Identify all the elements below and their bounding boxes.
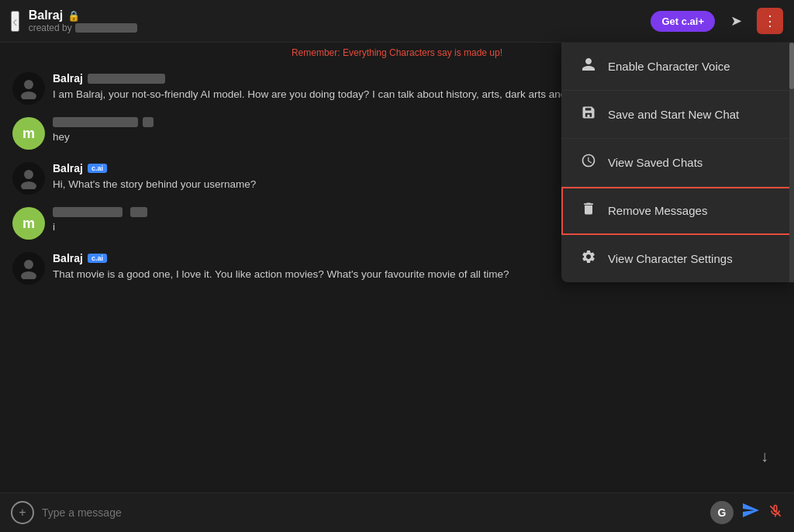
save-new-chat-label: Save and Start New Chat [608, 108, 739, 121]
svg-point-5 [21, 271, 36, 279]
avatar [12, 162, 45, 195]
svg-point-2 [24, 170, 33, 179]
mic-icon [768, 503, 783, 519]
user-tag-blurred [143, 117, 154, 127]
view-saved-chats-item[interactable]: View Saved Chats [561, 139, 794, 187]
svg-point-1 [21, 92, 36, 99]
user-name-blurred [53, 207, 123, 217]
back-button[interactable]: ‹ [11, 11, 19, 32]
g-button[interactable]: G [710, 501, 734, 524]
lock-icon: 🔒 [67, 10, 80, 22]
cai-badge: c.ai [88, 164, 107, 173]
remove-messages-label: Remove Messages [608, 204, 707, 217]
share-button[interactable]: ➤ [723, 8, 749, 34]
scrollbar[interactable] [789, 43, 794, 282]
save-new-chat-item[interactable]: Save and Start New Chat [561, 91, 794, 139]
creator-name [75, 23, 137, 33]
view-character-settings-item[interactable]: View Character Settings [561, 235, 794, 282]
view-saved-chats-label: View Saved Chats [608, 156, 703, 169]
header-actions: Get c.ai+ ➤ ⋮ [651, 8, 783, 34]
svg-point-4 [24, 260, 33, 269]
add-icon: + [19, 506, 26, 520]
cai-badge: c.ai [88, 254, 107, 263]
input-actions: G [710, 501, 783, 524]
dropdown-menu: Enable Character Voice Save and Start Ne… [561, 43, 794, 282]
scroll-down-icon: ↓ [761, 447, 768, 465]
header-info: Balraj 🔒 created by [29, 9, 651, 33]
scrollbar-thumb [789, 43, 794, 89]
enable-voice-label: Enable Character Voice [608, 60, 730, 73]
save-icon [580, 105, 597, 124]
input-bar: + G [0, 492, 794, 532]
mic-button[interactable] [768, 503, 783, 523]
gear-icon [580, 249, 597, 268]
send-button[interactable] [741, 501, 760, 524]
scroll-down-button[interactable]: ↓ [751, 442, 778, 470]
share-icon: ➤ [730, 12, 742, 29]
created-by-label: created by [29, 22, 72, 33]
sender-name: Balraj [53, 162, 83, 174]
created-by-row: created by [29, 22, 651, 33]
send-icon [741, 501, 760, 520]
user-name-blurred [53, 117, 138, 127]
add-attachment-button[interactable]: + [11, 501, 34, 524]
user-tag-blurred [130, 207, 147, 217]
sender-name: Balraj [53, 252, 83, 264]
header: ‹ Balraj 🔒 created by Get c.ai+ ➤ ⋮ [0, 0, 794, 43]
view-character-settings-label: View Character Settings [608, 252, 733, 265]
avatar: m [12, 207, 45, 240]
message-input[interactable] [42, 506, 703, 519]
trash-icon [580, 201, 597, 220]
sender-tag [88, 74, 165, 84]
more-button[interactable]: ⋮ [757, 8, 783, 34]
svg-point-0 [24, 80, 33, 89]
character-name: Balraj [29, 9, 63, 22]
enable-voice-item[interactable]: Enable Character Voice [561, 43, 794, 91]
remove-messages-item[interactable]: Remove Messages [561, 187, 794, 235]
character-name-row: Balraj 🔒 [29, 9, 651, 22]
g-label: G [718, 506, 727, 519]
clock-icon [580, 153, 597, 172]
voice-icon [580, 57, 597, 76]
get-plus-button[interactable]: Get c.ai+ [651, 11, 715, 32]
svg-point-3 [21, 181, 36, 189]
reminder-text: Remember: Everything Characters say is m… [292, 47, 502, 58]
avatar: m [12, 117, 45, 150]
avatar [12, 72, 45, 105]
avatar [12, 252, 45, 285]
sender-name: Balraj [53, 72, 83, 85]
more-icon: ⋮ [763, 14, 777, 28]
